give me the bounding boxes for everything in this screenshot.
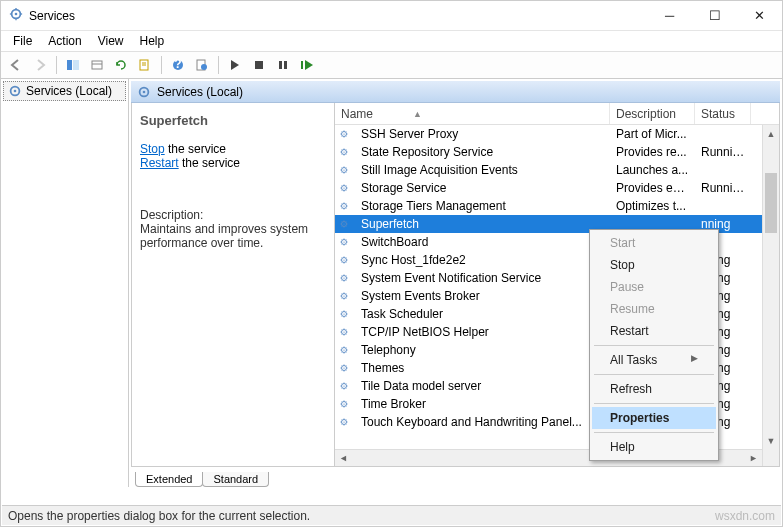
svg-line-92 xyxy=(346,244,347,245)
tab-standard[interactable]: Standard xyxy=(202,472,269,487)
restart-service-button[interactable] xyxy=(296,54,318,76)
svg-line-114 xyxy=(346,276,347,277)
pause-service-button[interactable] xyxy=(272,54,294,76)
description-text: Maintains and improves system performanc… xyxy=(140,222,326,250)
svg-line-82 xyxy=(346,226,347,227)
ctx-restart[interactable]: Restart xyxy=(592,320,716,342)
svg-line-94 xyxy=(346,240,347,241)
context-menu: Start Stop Pause Resume Restart All Task… xyxy=(589,229,719,461)
service-icon xyxy=(335,289,355,303)
svg-point-46 xyxy=(343,169,344,170)
tab-extended[interactable]: Extended xyxy=(135,472,203,487)
svg-rect-20 xyxy=(301,61,303,69)
scroll-down-icon[interactable]: ▼ xyxy=(763,432,779,449)
ctx-pause: Pause xyxy=(592,276,716,298)
svg-line-162 xyxy=(346,370,347,371)
svg-line-153 xyxy=(342,352,343,353)
ctx-refresh[interactable]: Refresh xyxy=(592,378,716,400)
properties-button[interactable] xyxy=(134,54,156,76)
svg-line-191 xyxy=(342,420,343,421)
svg-point-116 xyxy=(343,295,344,296)
svg-line-101 xyxy=(342,258,343,259)
service-row[interactable]: SSH Server ProxyPart of Micr... xyxy=(335,125,779,143)
svg-line-122 xyxy=(346,298,347,299)
stop-service-button[interactable] xyxy=(248,54,270,76)
svg-line-152 xyxy=(346,352,347,353)
svg-line-112 xyxy=(346,280,347,281)
svg-point-1 xyxy=(15,13,18,16)
svg-point-56 xyxy=(343,187,344,188)
svg-line-71 xyxy=(342,204,343,205)
app-icon xyxy=(9,7,23,24)
close-button[interactable]: ✕ xyxy=(737,1,782,31)
column-status[interactable]: Status xyxy=(695,103,751,124)
service-row[interactable]: Still Image Acquisition EventsLaunches a… xyxy=(335,161,779,179)
sort-arrow-icon: ▲ xyxy=(413,109,422,119)
menu-file[interactable]: File xyxy=(5,32,40,50)
menu-action[interactable]: Action xyxy=(40,32,89,50)
ctx-properties[interactable]: Properties xyxy=(592,407,716,429)
view-tabs: Extended Standard xyxy=(131,467,780,487)
back-button[interactable] xyxy=(5,54,27,76)
services-icon xyxy=(137,85,151,99)
ctx-all-tasks[interactable]: All Tasks▶ xyxy=(592,349,716,371)
help-button[interactable]: ? xyxy=(167,54,189,76)
show-hide-tree-button[interactable] xyxy=(62,54,84,76)
svg-line-144 xyxy=(346,330,347,331)
svg-line-184 xyxy=(346,402,347,403)
svg-point-22 xyxy=(14,90,17,93)
minimize-button[interactable]: ─ xyxy=(647,1,692,31)
ctx-stop[interactable]: Stop xyxy=(592,254,716,276)
svg-line-182 xyxy=(346,406,347,407)
service-name-cell: Touch Keyboard and Handwriting Panel... xyxy=(355,415,610,429)
svg-point-156 xyxy=(343,367,344,368)
service-row[interactable]: Storage Tiers ManagementOptimizes t... xyxy=(335,197,779,215)
refresh-button[interactable] xyxy=(110,54,132,76)
svg-line-91 xyxy=(342,240,343,241)
svg-rect-18 xyxy=(279,61,282,69)
svg-rect-17 xyxy=(255,61,263,69)
svg-line-44 xyxy=(346,150,347,151)
service-name-cell: Sync Host_1fde2e2 xyxy=(355,253,610,267)
service-icon xyxy=(335,415,355,429)
menu-help[interactable]: Help xyxy=(132,32,173,50)
scroll-up-icon[interactable]: ▲ xyxy=(763,125,779,142)
scroll-left-icon[interactable]: ◄ xyxy=(335,450,352,466)
svg-point-66 xyxy=(343,205,344,206)
selected-service-name: Superfetch xyxy=(140,113,326,128)
column-name[interactable]: Name▲ xyxy=(335,103,610,124)
restart-link[interactable]: Restart xyxy=(140,156,179,170)
tree-node-services-local[interactable]: Services (Local) xyxy=(3,81,126,101)
svg-line-102 xyxy=(346,262,347,263)
svg-line-53 xyxy=(342,172,343,173)
watermark-text: wsxdn.com xyxy=(715,509,775,523)
tree-node-label: Services (Local) xyxy=(26,84,112,98)
export-list-button[interactable] xyxy=(86,54,108,76)
ctx-help[interactable]: Help xyxy=(592,436,716,458)
ctx-separator xyxy=(594,345,714,346)
svg-point-146 xyxy=(343,349,344,350)
pane-header-title: Services (Local) xyxy=(157,85,243,99)
stop-link[interactable]: Stop xyxy=(140,142,165,156)
service-icon xyxy=(335,379,355,393)
menu-view[interactable]: View xyxy=(90,32,132,50)
svg-line-61 xyxy=(342,186,343,187)
svg-point-126 xyxy=(343,313,344,314)
service-desc-cell: Part of Micr... xyxy=(610,127,695,141)
pane-header: Services (Local) xyxy=(131,81,780,103)
vertical-scrollbar[interactable]: ▲ ▼ xyxy=(762,125,779,466)
start-service-button[interactable] xyxy=(224,54,246,76)
column-description[interactable]: Description xyxy=(610,103,695,124)
svg-line-43 xyxy=(342,154,343,155)
service-row[interactable]: Storage ServiceProvides en...Running xyxy=(335,179,779,197)
service-name-cell: Tile Data model server xyxy=(355,379,610,393)
scroll-thumb[interactable] xyxy=(765,173,777,233)
svg-line-111 xyxy=(342,276,343,277)
forward-button[interactable] xyxy=(29,54,51,76)
help-topics-button[interactable] xyxy=(191,54,213,76)
title-bar: Services ─ ☐ ✕ xyxy=(1,1,782,31)
scroll-right-icon[interactable]: ► xyxy=(745,450,762,466)
toolbar: ? xyxy=(1,51,782,79)
maximize-button[interactable]: ☐ xyxy=(692,1,737,31)
service-row[interactable]: State Repository ServiceProvides re...Ru… xyxy=(335,143,779,161)
